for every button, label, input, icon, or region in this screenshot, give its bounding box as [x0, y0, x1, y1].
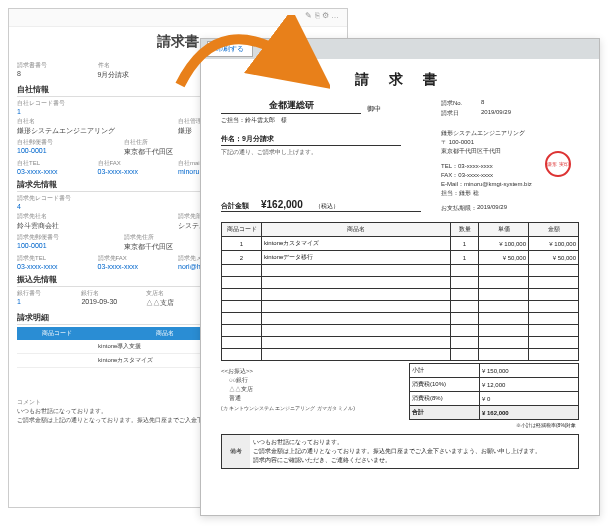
lbl: 銀行番号 [17, 289, 81, 298]
val: 鈴斗雲商会社 [17, 221, 178, 231]
print-button[interactable]: 印刷する [207, 41, 253, 57]
th: 数量 [451, 223, 479, 237]
subj-label: 件名： [221, 135, 242, 142]
sender-mgr: 担当：鎌形 稔 [441, 189, 579, 198]
val: 03-xxxx-xxxx [17, 168, 98, 175]
remark-line: いつもお世話になっております。 [253, 438, 575, 447]
table-row: 1kintoneカスタマイズ1¥ 100,000¥ 100,000 [222, 237, 579, 251]
sum-label: 消費税(10%) [410, 378, 480, 392]
summary-table: 小計¥ 150,000 消費税(10%)¥ 12,000 消費税(8%)¥ 0 … [409, 363, 579, 430]
form-toolbar[interactable]: ✎ ⎘ ⚙ … [9, 9, 347, 27]
total-label: 合計金額 [221, 201, 249, 211]
total-value: ¥162,000 [261, 199, 303, 210]
date-label: 請求日 [441, 109, 481, 118]
th: 商品コード [222, 223, 262, 237]
sender-mail: E-Mail：minoru@kmgt-system.biz [441, 180, 579, 189]
attn-label: ご担当： [221, 116, 245, 125]
sum-label: 消費税(8%) [410, 392, 480, 406]
remarks-box: 備考 いつもお世話になっております。 ご請求金額は上記の通りとなっております。振… [221, 434, 579, 469]
sender-zip: 〒 100-0001 [441, 138, 579, 147]
remarks-header: 備考 [222, 435, 250, 468]
lbl: 自社名 [17, 117, 178, 126]
lbl: 請求先郵便番号 [17, 233, 124, 242]
val: 100-0001 [17, 242, 124, 249]
th: 金額 [529, 223, 579, 237]
sum-label: 合計 [410, 406, 480, 420]
td: 2 [222, 251, 262, 265]
sum-value: ¥ 162,000 [480, 406, 579, 420]
val: 03-xxxx-xxxx [98, 168, 179, 175]
lbl: 自社TEL [17, 159, 98, 168]
lbl: 銀行名 [81, 289, 145, 298]
pay-bank: ○○銀行 [229, 376, 403, 385]
val: 03-xxxx-xxxx [17, 263, 98, 270]
no-label: 請求No. [441, 99, 481, 108]
invoice-no-value: 8 [17, 70, 98, 77]
doc-title: 請 求 書 [221, 71, 579, 89]
total-tax-note: （税込） [315, 202, 339, 211]
val: 03-xxxx-xxxx [98, 263, 179, 270]
no-value: 8 [481, 99, 484, 108]
th: 商品コード [17, 327, 96, 340]
grand-total: 合計金額 ¥162,000 （税込） [221, 199, 421, 212]
td [17, 340, 96, 354]
val: 2019-09-30 [81, 298, 145, 305]
th: 商品名 [262, 223, 451, 237]
sum-value: ¥ 150,000 [480, 364, 579, 378]
lbl: 自社FAX [98, 159, 179, 168]
remark-line: ご請求金額は上記の通りとなっております。振込先口座までご入金下さいますよう、お願… [253, 447, 575, 456]
payee: (カ キントウンシステム エンジニアリング ガマガタ ミノル) [221, 405, 403, 411]
stamp-icon: 鎌形 実印 [545, 151, 571, 177]
remark-line: 請求内容にご確認いただき、ご連絡くださいませ。 [253, 456, 575, 465]
td: ¥ 50,000 [529, 251, 579, 265]
due-value: 2019/09/29 [477, 204, 507, 213]
pay-header: <<お振込>> [221, 367, 403, 376]
td: 1 [222, 237, 262, 251]
sum-label: 小計 [410, 364, 480, 378]
invoice-no-label: 請求書番号 [17, 61, 98, 70]
table-row: 2kintoneデータ移行1¥ 50,000¥ 50,000 [222, 251, 579, 265]
lbl: 請求先社名 [17, 212, 178, 221]
td: ¥ 50,000 [479, 251, 529, 265]
td: kintoneデータ移行 [262, 251, 451, 265]
date-value: 2019/09/29 [481, 109, 511, 118]
due-label: お支払期限： [441, 204, 477, 213]
td: ¥ 100,000 [479, 237, 529, 251]
sum-value: ¥ 0 [480, 392, 579, 406]
attn-value: 鈴斗雲太郎 様 [245, 116, 287, 125]
th: 単価 [479, 223, 529, 237]
td: 1 [451, 237, 479, 251]
val: 鎌形システムエンジニアリング [17, 126, 178, 136]
td: 1 [451, 251, 479, 265]
sender-name: 鎌形システムエンジニアリング [441, 129, 579, 138]
td [17, 354, 96, 368]
onchu: 御中 [367, 104, 381, 114]
pay-branch: △△支店 [229, 385, 403, 394]
sum-value: ¥ 12,000 [480, 378, 579, 392]
pay-type: 普通 [229, 394, 403, 403]
invoice-lines-table: 商品コード 商品名 数量 単価 金額 1kintoneカスタマイズ1¥ 100,… [221, 222, 579, 361]
lbl: 自社郵便番号 [17, 138, 124, 147]
client-company: 金都運総研 [221, 99, 361, 114]
tax-note: ※小計は軽減税率(8%)対象 [410, 420, 579, 431]
subj-value: 9月分請求 [242, 135, 274, 142]
lbl: 請求先FAX [98, 254, 179, 263]
val: 100-0001 [17, 147, 124, 154]
preview-toolbar: 印刷する [201, 39, 599, 59]
print-preview-panel: 印刷する 請 求 書 金都運総研 御中 ご担当：鈴斗雲太郎 様 件名：9月分請求… [200, 38, 600, 516]
lbl: 請求先TEL [17, 254, 98, 263]
td: ¥ 100,000 [529, 237, 579, 251]
val: 1 [17, 298, 81, 305]
td: kintoneカスタマイズ [262, 237, 451, 251]
doc-note: 下記の通り、ご請求申し上げます。 [221, 148, 421, 157]
